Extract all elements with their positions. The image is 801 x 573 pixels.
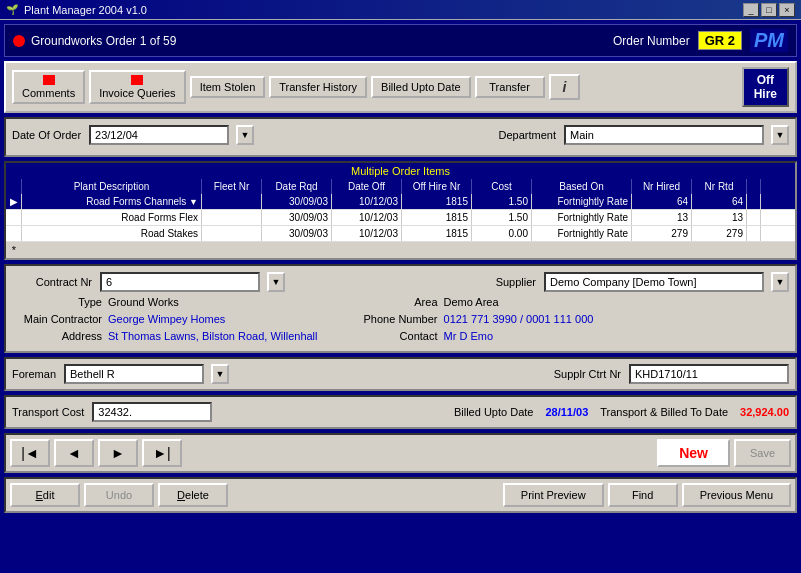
phone-number-label: Phone Number: [348, 313, 438, 325]
col-scroll: [747, 179, 761, 194]
contract-nr-input[interactable]: [100, 272, 260, 292]
plant-desc-cell: Road Forms Channels ▼: [22, 194, 202, 209]
address-value: St Thomas Lawns, Bilston Road, Willenhal…: [108, 330, 318, 342]
cost-cell: 1.50: [472, 194, 532, 209]
table-row[interactable]: Road Stakes 30/09/03 10/12/03 1815 0.00 …: [6, 226, 795, 242]
fleet-nr-cell: [202, 194, 262, 209]
action-buttons: New Save: [657, 439, 791, 467]
order-number-label: Order Number: [613, 34, 690, 48]
date-rqd-cell: 30/09/03: [262, 226, 332, 241]
cost-cell: 0.00: [472, 226, 532, 241]
col-off-hire-nr: Off Hire Nr: [402, 179, 472, 194]
type-label: Type: [12, 296, 102, 308]
first-button[interactable]: |◄: [10, 439, 50, 467]
grid-new-row[interactable]: *: [6, 242, 795, 258]
app-title: Plant Manager 2004 v1.0: [24, 4, 147, 16]
col-date-rqd: Date Rqd: [262, 179, 332, 194]
invoice-icon: [131, 75, 143, 85]
info-button[interactable]: i: [549, 74, 581, 100]
area-label: Area: [348, 296, 438, 308]
billed-upto-date-button[interactable]: Billed Upto Date: [371, 76, 471, 98]
department-label: Department: [499, 129, 556, 141]
nr-rtd-cell: 13: [692, 210, 747, 225]
date-of-order-input[interactable]: [89, 125, 229, 145]
date-off-cell: 10/12/03: [332, 210, 402, 225]
billed-upto-date-value: 28/11/03: [545, 406, 588, 418]
supplr-ctrt-nr-input[interactable]: [629, 364, 789, 384]
find-button[interactable]: Find: [608, 483, 678, 507]
plant-desc-cell: Road Forms Flex: [22, 210, 202, 225]
app-icon: 🌱: [6, 4, 18, 15]
foreman-dropdown-arrow[interactable]: ▼: [211, 364, 229, 384]
row-indicator: [6, 226, 22, 241]
main-contractor-value: George Wimpey Homes: [108, 313, 225, 325]
table-row[interactable]: ▶ Road Forms Channels ▼ 30/09/03 10/12/0…: [6, 194, 795, 210]
contract-dropdown-arrow[interactable]: ▼: [267, 272, 285, 292]
edit-label: Edit: [36, 489, 55, 501]
new-row-indicator: *: [6, 244, 22, 256]
order-number: GR 2: [698, 31, 742, 50]
based-on-cell: Fortnightly Rate: [532, 226, 632, 241]
previous-menu-button[interactable]: Previous Menu: [682, 483, 791, 507]
transport-cost-input[interactable]: [92, 402, 212, 422]
supplier-dropdown-arrow[interactable]: ▼: [771, 272, 789, 292]
supplier-input[interactable]: [544, 272, 764, 292]
next-button[interactable]: ►: [98, 439, 138, 467]
grid-header: Plant Description Fleet Nr Date Rqd Date…: [6, 179, 795, 194]
comments-icon: [43, 75, 55, 85]
date-dropdown-arrow[interactable]: ▼: [236, 125, 254, 145]
address-label: Address: [12, 330, 102, 342]
row-indicator: [6, 210, 22, 225]
col-plant-desc: Plant Description: [22, 179, 202, 194]
col-nr-hired: Nr Hired: [632, 179, 692, 194]
foreman-input[interactable]: [64, 364, 204, 384]
foreman-label: Foreman: [12, 368, 56, 380]
cost-cell: 1.50: [472, 210, 532, 225]
content-area: Groundworks Order 1 of 59 Order Number G…: [0, 20, 801, 517]
transport-section: Transport Cost Billed Upto Date 28/11/03…: [4, 395, 797, 429]
nav-section: |◄ ◄ ► ►| New Save: [4, 433, 797, 473]
comments-button[interactable]: Comments: [12, 70, 85, 104]
off-hire-button[interactable]: OffHire: [742, 67, 789, 107]
col-nr-rtd: Nr Rtd: [692, 179, 747, 194]
nr-hired-cell: 13: [632, 210, 692, 225]
order-text: Groundworks Order 1 of 59: [31, 34, 176, 48]
item-stolen-button[interactable]: Item Stolen: [190, 76, 266, 98]
nr-hired-cell: 279: [632, 226, 692, 241]
delete-button[interactable]: Delete: [158, 483, 228, 507]
table-row[interactable]: Road Forms Flex 30/09/03 10/12/03 1815 1…: [6, 210, 795, 226]
row-scroll: [747, 226, 761, 241]
prev-button[interactable]: ◄: [54, 439, 94, 467]
print-preview-button[interactable]: Print Preview: [503, 483, 604, 507]
off-hire-nr-cell: 1815: [402, 210, 472, 225]
off-hire-nr-cell: 1815: [402, 226, 472, 241]
last-button[interactable]: ►|: [142, 439, 182, 467]
invoice-queries-button[interactable]: Invoice Queries: [89, 70, 185, 104]
maximize-button[interactable]: □: [761, 3, 777, 17]
foreman-section: Foreman ▼ Supplr Ctrt Nr: [4, 357, 797, 391]
transport-billed-label: Transport & Billed To Date: [600, 406, 728, 418]
col-based-on: Based On: [532, 179, 632, 194]
undo-button[interactable]: Undo: [84, 483, 154, 507]
status-indicator: [13, 35, 25, 47]
transport-billed-value: 32,924.00: [740, 406, 789, 418]
minimize-button[interactable]: _: [743, 3, 759, 17]
contact-label: Contact: [348, 330, 438, 342]
new-button[interactable]: New: [657, 439, 730, 467]
toolbar: Comments Invoice Queries Item Stolen Tra…: [4, 61, 797, 113]
grid-title: Multiple Order Items: [6, 163, 795, 179]
col-date-off: Date Off: [332, 179, 402, 194]
transfer-history-button[interactable]: Transfer History: [269, 76, 367, 98]
department-input[interactable]: [564, 125, 764, 145]
fleet-nr-cell: [202, 226, 262, 241]
save-button[interactable]: Save: [734, 439, 791, 467]
transfer-button[interactable]: Transfer: [475, 76, 545, 98]
date-off-cell: 10/12/03: [332, 194, 402, 209]
phone-number-value: 0121 771 3990 / 0001 111 000: [444, 313, 594, 325]
billed-upto-date-label: Billed Upto Date: [454, 406, 534, 418]
close-button[interactable]: ×: [779, 3, 795, 17]
date-off-cell: 10/12/03: [332, 226, 402, 241]
nav-buttons: |◄ ◄ ► ►|: [10, 439, 182, 467]
dept-dropdown-arrow[interactable]: ▼: [771, 125, 789, 145]
edit-button[interactable]: Edit: [10, 483, 80, 507]
